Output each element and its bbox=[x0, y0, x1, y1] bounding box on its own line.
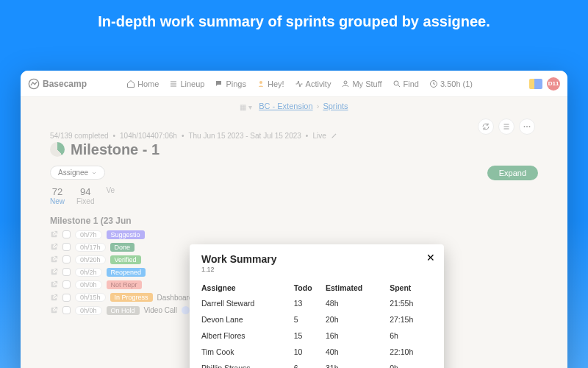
status-tag: Done bbox=[110, 243, 135, 252]
checkbox[interactable] bbox=[62, 255, 71, 263]
svg-point-1 bbox=[259, 81, 262, 84]
flag-icon[interactable] bbox=[529, 79, 542, 89]
summary-table: Assignee Todo Estimated Spent Darrell St… bbox=[201, 280, 432, 368]
close-button[interactable]: ✕ bbox=[426, 252, 435, 263]
stat-new[interactable]: 72 New bbox=[50, 186, 65, 205]
time-pill: 0h/20h bbox=[75, 255, 106, 264]
list-icon bbox=[502, 122, 511, 131]
nav-timer-label: 3.50h (1) bbox=[440, 79, 473, 88]
external-link-icon[interactable] bbox=[50, 230, 58, 238]
task-row[interactable]: 0h/7hSuggestio bbox=[50, 230, 538, 239]
external-link-icon[interactable] bbox=[50, 280, 58, 289]
nav-home[interactable]: Home bbox=[126, 79, 159, 88]
section-title: Milestone 1 (23 Jun bbox=[50, 216, 538, 226]
checkbox[interactable] bbox=[62, 268, 71, 276]
main-nav: Home Lineup Pings Hey! Activity My Stuff bbox=[126, 79, 473, 88]
checkbox[interactable] bbox=[62, 230, 71, 238]
time-pill: 0h/7h bbox=[75, 230, 102, 239]
task-title: Video Call bbox=[144, 306, 177, 314]
breadcrumb-section[interactable]: Sprints bbox=[323, 102, 348, 110]
hero-headline: In-depth work summary of sprints grouped… bbox=[0, 0, 588, 44]
checkbox[interactable] bbox=[62, 294, 71, 302]
col-spent: Spent bbox=[390, 280, 432, 295]
nav-mystuff-label: My Stuff bbox=[352, 79, 381, 88]
status-counts: 72 New 94 Fixed Ve bbox=[50, 186, 538, 205]
cell-assignee: Tim Cook bbox=[201, 344, 294, 360]
status-tag: Reopened bbox=[107, 268, 146, 277]
topbar-right: D11 bbox=[529, 77, 560, 91]
external-link-icon[interactable] bbox=[50, 268, 58, 276]
time-pill: 0h/2h bbox=[75, 268, 102, 277]
nav-lineup[interactable]: Lineup bbox=[169, 79, 204, 88]
breadcrumb-sep: › bbox=[317, 102, 320, 110]
checkbox[interactable] bbox=[62, 280, 71, 289]
cell-todo: 10 bbox=[294, 344, 326, 360]
pings-icon bbox=[215, 79, 223, 88]
external-link-icon[interactable] bbox=[50, 243, 58, 251]
stat-fixed-lbl: Fixed bbox=[76, 197, 94, 205]
card-actions bbox=[478, 118, 535, 135]
avatar-icon bbox=[182, 306, 190, 314]
col-estimated: Estimated bbox=[326, 280, 390, 295]
svg-point-6 bbox=[526, 126, 528, 127]
stat-fixed-num: 94 bbox=[76, 186, 94, 197]
chevron-down-icon bbox=[91, 170, 97, 176]
cell-assignee: Darrell Steward bbox=[201, 295, 294, 311]
controls-row: Assignee Expand bbox=[50, 166, 538, 180]
col-assignee: Assignee bbox=[201, 280, 294, 295]
refresh-button[interactable] bbox=[478, 118, 494, 135]
milestone-title-row: Milestone - 1 bbox=[50, 141, 538, 158]
external-link-icon[interactable] bbox=[50, 306, 58, 314]
nav-timer[interactable]: 3.50h (1) bbox=[429, 79, 473, 88]
cell-todo: 15 bbox=[294, 328, 326, 344]
group-by-select[interactable]: Assignee bbox=[50, 166, 105, 180]
external-link-icon[interactable] bbox=[50, 294, 58, 302]
status-tag: In Progress bbox=[110, 293, 153, 302]
cell-est: 20h bbox=[326, 311, 390, 328]
nav-hey[interactable]: Hey! bbox=[257, 79, 284, 88]
nav-find[interactable]: Find bbox=[392, 79, 419, 88]
nav-mystuff[interactable]: My Stuff bbox=[341, 79, 381, 88]
stat-verified[interactable]: Ve bbox=[106, 186, 115, 205]
brand[interactable]: Basecamp bbox=[28, 78, 87, 90]
cell-todo: 13 bbox=[294, 295, 326, 311]
time-pill: 0h/0h bbox=[75, 306, 102, 315]
milestone-title: Milestone - 1 bbox=[71, 141, 159, 158]
status-tag: Not Repr bbox=[107, 280, 142, 289]
progress-pie-icon bbox=[50, 142, 65, 157]
checkbox[interactable] bbox=[62, 306, 71, 314]
expand-button[interactable]: Expand bbox=[487, 166, 538, 180]
list-button[interactable] bbox=[498, 118, 514, 135]
nav-pings-label: Pings bbox=[226, 79, 246, 88]
time-pill: 0h/17h bbox=[75, 243, 106, 252]
nav-hey-label: Hey! bbox=[268, 79, 284, 88]
time-pill: 0h/15h bbox=[75, 293, 106, 302]
meta-completed: 54/139 completed bbox=[50, 132, 109, 140]
edit-icon[interactable] bbox=[331, 132, 338, 139]
cell-est: 31h bbox=[326, 360, 390, 368]
more-button[interactable] bbox=[519, 118, 535, 135]
breadcrumb: ▦ ▾ BC - Extension › Sprints bbox=[21, 97, 567, 116]
nav-lineup-label: Lineup bbox=[180, 79, 204, 88]
meta-daterange: Thu Jun 15 2023 - Sat Jul 15 2023 bbox=[188, 132, 301, 140]
svg-point-2 bbox=[344, 81, 347, 84]
work-summary-modal: ✕ Work Summary 1.12 Assignee Todo Estima… bbox=[190, 244, 444, 368]
app-window: Basecamp Home Lineup Pings Hey! Activity bbox=[21, 71, 567, 368]
nav-find-label: Find bbox=[404, 79, 419, 88]
cell-spent: 27:15h bbox=[390, 311, 432, 328]
cell-spent: 0h bbox=[390, 360, 432, 368]
svg-point-3 bbox=[394, 81, 398, 85]
apps-grid-icon[interactable]: ▦ ▾ bbox=[240, 103, 252, 111]
breadcrumb-project[interactable]: BC - Extension bbox=[259, 102, 312, 110]
stat-fixed[interactable]: 94 Fixed bbox=[76, 186, 94, 205]
stat-new-lbl: New bbox=[50, 197, 65, 205]
stat-ver-lbl: Ve bbox=[106, 186, 115, 194]
external-link-icon[interactable] bbox=[50, 255, 58, 263]
avatar[interactable]: D11 bbox=[547, 77, 560, 91]
group-by-label: Assignee bbox=[58, 169, 88, 177]
table-row: Tim Cook1040h22:10h bbox=[201, 344, 432, 360]
nav-pings[interactable]: Pings bbox=[215, 79, 246, 88]
cell-spent: 21:55h bbox=[390, 295, 432, 311]
checkbox[interactable] bbox=[62, 243, 71, 251]
nav-activity[interactable]: Activity bbox=[295, 79, 331, 88]
